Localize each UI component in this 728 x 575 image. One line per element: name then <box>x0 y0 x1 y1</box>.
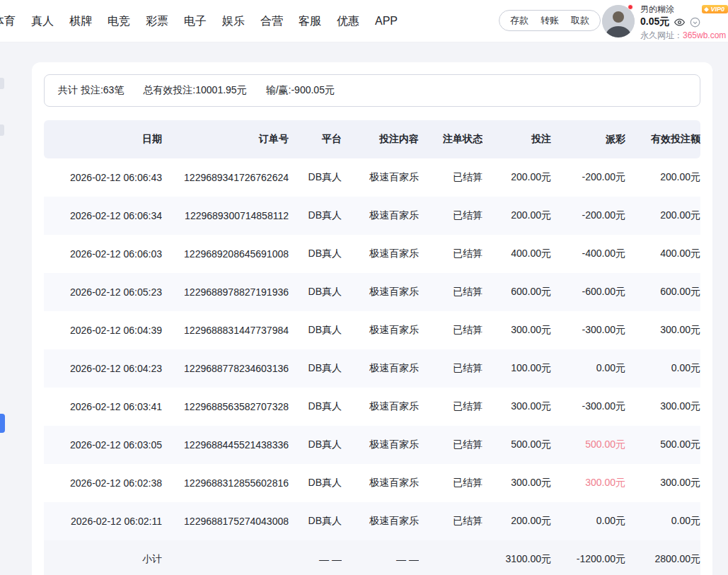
eye-icon[interactable] <box>674 17 685 28</box>
balance-amount: 0.05元 <box>640 16 669 28</box>
top-nav: 体育真人棋牌电竞彩票电子娱乐合营客服优惠APP 存款转账取款 男的糊涂 VIP0… <box>0 0 728 42</box>
bet-cell: 300.00元 <box>483 311 551 349</box>
status-cell: 已结算 <box>419 349 483 388</box>
content-cell: 极速百家乐 <box>342 273 419 311</box>
wallet-button-存款[interactable]: 存款 <box>510 14 528 27</box>
order-cell: 1229688312855602816 <box>162 464 289 502</box>
bet-table: 日期订单号平台投注内容注单状态投注派彩有效投注额 2026-02-12 06:0… <box>44 120 700 575</box>
payout-cell: -300.00元 <box>551 388 625 426</box>
wallet-actions: 存款转账取款 <box>499 10 601 31</box>
username: 男的糊涂 <box>640 4 674 16</box>
order-cell: 1229689341726762624 <box>162 158 289 197</box>
table-row: 2026-02-12 06:03:051229688445521438336DB… <box>44 426 700 464</box>
column-header-注单状态: 注单状态 <box>419 120 483 158</box>
date-cell: 2026-02-12 06:06:43 <box>44 158 162 197</box>
valid-cell: 500.00元 <box>625 426 700 464</box>
nav-item-优惠[interactable]: 优惠 <box>337 14 359 29</box>
notification-dot <box>628 4 633 10</box>
platform-cell: DB真人 <box>289 158 342 197</box>
user-info: 男的糊涂 VIP0 0.05元 永久网址：365wb.com <box>640 4 728 42</box>
status-cell: 已结算 <box>419 197 483 235</box>
subtotal-content-cell: — — <box>342 540 419 575</box>
date-cell: 2026-02-12 06:03:05 <box>44 426 162 464</box>
wallet-button-转账[interactable]: 转账 <box>541 14 559 27</box>
nav-item-客服[interactable]: 客服 <box>299 14 321 29</box>
valid-cell: 0.00元 <box>625 349 700 388</box>
order-cell: 1229688563582707328 <box>162 388 289 426</box>
nav-item-电子[interactable]: 电子 <box>184 14 207 29</box>
order-cell: 1229689300714858112 <box>162 197 289 235</box>
content-cell: 极速百家乐 <box>342 235 419 273</box>
nav-item-APP[interactable]: APP <box>375 15 398 28</box>
nav-item-真人[interactable]: 真人 <box>31 14 54 29</box>
date-cell: 2026-02-12 06:04:23 <box>44 349 162 388</box>
platform-cell: DB真人 <box>289 197 342 235</box>
date-cell: 2026-02-12 06:02:38 <box>44 464 162 502</box>
table-row: 2026-02-12 06:06:341229689300714858112DB… <box>44 197 700 235</box>
left-widget-fragment <box>0 124 4 136</box>
payout-cell: 300.00元 <box>551 464 625 502</box>
payout-cell: -600.00元 <box>551 273 625 311</box>
site-url[interactable]: 365wb.com <box>683 30 726 40</box>
nav-item-合营[interactable]: 合营 <box>260 14 283 29</box>
column-header-日期: 日期 <box>44 120 162 158</box>
content-cell: 极速百家乐 <box>342 464 419 502</box>
order-cell: 1229688778234603136 <box>162 349 289 388</box>
refresh-balance-icon[interactable] <box>690 17 700 28</box>
order-cell: 1229688445521438336 <box>162 426 289 464</box>
summary-bar: 共计 投注:63笔 总有效投注:10001.95元 输/赢:-900.05元 <box>44 74 700 107</box>
valid-cell: 300.00元 <box>625 464 700 502</box>
payout-cell: 0.00元 <box>551 349 625 388</box>
table-body: 2026-02-12 06:06:431229689341726762624DB… <box>44 158 700 540</box>
bet-cell: 400.00元 <box>483 235 551 273</box>
table-row: 2026-02-12 06:04:391229688831447737984DB… <box>44 311 700 349</box>
wallet-button-取款[interactable]: 取款 <box>571 14 589 27</box>
valid-cell: 0.00元 <box>625 502 700 540</box>
date-cell: 2026-02-12 06:06:03 <box>44 235 162 273</box>
avatar[interactable] <box>602 5 635 37</box>
platform-cell: DB真人 <box>289 273 342 311</box>
platform-cell: DB真人 <box>289 388 342 426</box>
summary-total-bets: 共计 投注:63笔 <box>58 84 124 97</box>
payout-cell: -300.00元 <box>551 311 625 349</box>
order-cell: 1229688175274043008 <box>162 502 289 540</box>
bet-cell: 300.00元 <box>483 388 551 426</box>
payout-cell: -400.00元 <box>551 235 625 273</box>
left-floating-tab[interactable] <box>0 414 5 433</box>
table-row: 2026-02-12 06:06:431229689341726762624DB… <box>44 158 700 197</box>
nav-item-娱乐[interactable]: 娱乐 <box>222 14 245 29</box>
nav-item-彩票[interactable]: 彩票 <box>146 14 168 29</box>
order-cell: 1229688978827191936 <box>162 273 289 311</box>
left-widget-fragment <box>0 78 4 89</box>
order-cell: 1229688831447737984 <box>162 311 289 349</box>
platform-cell: DB真人 <box>289 464 342 502</box>
order-cell: 1229689208645691008 <box>162 235 289 273</box>
nav-item-电竞[interactable]: 电竞 <box>108 14 130 29</box>
table-row: 2026-02-12 06:06:031229689208645691008DB… <box>44 235 700 273</box>
bet-cell: 500.00元 <box>483 426 551 464</box>
valid-cell: 300.00元 <box>625 311 700 349</box>
nav-item-体育[interactable]: 体育 <box>0 14 16 29</box>
subtotal-row: 小计— —— —3100.00元-1200.00元2800.00元 <box>44 540 700 575</box>
column-header-投注: 投注 <box>483 120 551 158</box>
column-header-有效投注额: 有效投注额 <box>625 120 700 158</box>
column-header-平台: 平台 <box>289 120 342 158</box>
payout-cell: -200.00元 <box>551 197 625 235</box>
content-cell: 极速百家乐 <box>342 158 419 197</box>
status-cell: 已结算 <box>419 273 483 311</box>
summary-win-loss: 输/赢:-900.05元 <box>266 84 335 97</box>
status-cell: 已结算 <box>419 311 483 349</box>
status-cell: 已结算 <box>419 464 483 502</box>
content-cell: 极速百家乐 <box>342 388 419 426</box>
nav-item-棋牌[interactable]: 棋牌 <box>69 14 92 29</box>
table-row: 2026-02-12 06:02:111229688175274043008DB… <box>44 502 700 540</box>
platform-cell: DB真人 <box>289 311 342 349</box>
bet-cell: 600.00元 <box>483 273 551 311</box>
vip-level-label: VIP0 <box>710 6 724 13</box>
bet-record-panel: 共计 投注:63笔 总有效投注:10001.95元 输/赢:-900.05元 日… <box>32 62 712 575</box>
date-cell: 2026-02-12 06:06:34 <box>44 197 162 235</box>
vip-icon <box>704 6 709 11</box>
valid-cell: 200.00元 <box>625 158 700 197</box>
subtotal-bet-cell: 3100.00元 <box>483 540 551 575</box>
content-cell: 极速百家乐 <box>342 349 419 388</box>
